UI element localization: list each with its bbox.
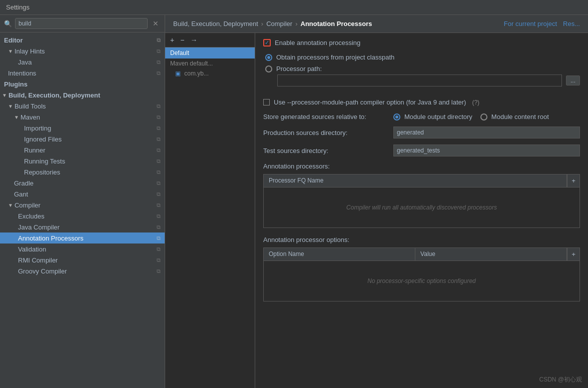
help-icon[interactable]: (?) [472,99,479,106]
sidebar-item-importing[interactable]: Importing ⧉ [0,122,165,134]
copy-icon: ⧉ [157,48,161,54]
sidebar-item-label: Java [18,58,32,66]
expand-icon: ▼ [14,114,19,120]
sidebar-item-gant[interactable]: Gant ⧉ [0,188,165,200]
enable-annotation-processing-checkbox[interactable]: ✓ [263,39,271,46]
expand-icon: ▼ [8,48,13,54]
test-sources-dir-row: Test sources directory: [263,144,580,156]
profile-sub-item[interactable]: ▣ com.yb... [165,68,255,78]
annotation-processor-options-table: Option Name Value + No processor-specifi… [263,248,580,302]
sidebar-item-intentions[interactable]: Intentions ⧉ [0,68,165,78]
copy-icon: ⧉ [157,169,161,176]
annotation-processor-options-empty-text: No processor-specific options configured [367,278,476,284]
processor-path-browse-button[interactable]: ... [566,76,580,86]
production-sources-dir-input[interactable] [393,126,580,138]
content-area: Build, Execution, Deployment › Compiler … [165,15,588,388]
module-content-root-radio[interactable] [480,114,487,120]
module-output-dir-radio-row[interactable]: Module output directory [393,113,472,120]
profiles-toolbar: + − → [165,33,255,48]
sidebar-item-label: Gradle [14,180,34,187]
sidebar-item-gradle[interactable]: Gradle ⧉ [0,178,165,188]
processor-path-radio[interactable] [265,66,272,72]
processor-path-input[interactable] [277,74,562,86]
profile-maven-default[interactable]: Maven default... [165,58,255,68]
remove-profile-button[interactable]: − [178,35,186,45]
breadcrumb-part-1: Build, Execution, Deployment [173,20,258,28]
processor-path-radio-row[interactable]: Processor path: [265,65,580,72]
reset-link[interactable]: Res... [563,20,580,28]
production-sources-dir-label: Production sources directory: [263,129,393,136]
copy-icon: ⧉ [157,213,161,220]
sidebar-item-label: Annotation Processors [18,234,84,242]
use-processor-module-path-checkbox[interactable] [263,99,270,106]
annotation-processors-table-header: Processor FQ Name + [264,174,579,188]
copy-icon: ⧉ [157,70,161,76]
add-processor-button[interactable]: + [567,174,579,187]
use-processor-module-path-label: Use --processor-module-path compiler opt… [274,98,466,106]
sidebar-item-editor[interactable]: Editor ⧉ [0,34,165,46]
value-column: Value [415,248,567,260]
profile-default[interactable]: Default [165,48,255,58]
sidebar-item-label: RMI Compiler [18,256,58,264]
copy-icon: ⧉ [157,158,161,164]
sidebar-item-java[interactable]: Java ⧉ [0,56,165,68]
store-generated-sources-label: Store generated sources relative to: [263,113,393,120]
sidebar-item-ignored-files[interactable]: Ignored Files ⧉ [0,134,165,144]
processor-path-label: Processor path: [276,65,322,72]
sidebar-item-label: Gant [14,190,28,198]
module-content-root-radio-row[interactable]: Module content root [480,113,549,120]
sidebar-item-label: Plugins [4,80,28,88]
sidebar-item-label: Intentions [8,70,36,77]
sidebar-item-plugins[interactable]: Plugins [0,78,165,90]
search-clear-button[interactable]: ✕ [151,20,161,28]
sidebar-item-validation[interactable]: Validation ⧉ [0,244,165,254]
module-output-dir-radio[interactable] [393,114,400,120]
sidebar-item-running-tests[interactable]: Running Tests ⧉ [0,156,165,166]
sidebar-item-runner[interactable]: Runner ⧉ [0,144,165,156]
copy-icon: ⧉ [157,147,161,154]
sidebar-item-label: Running Tests [24,158,65,165]
breadcrumb: Build, Execution, Deployment › Compiler … [165,15,588,33]
move-right-button[interactable]: → [188,35,199,45]
processor-fq-name-column: Processor FQ Name [264,174,567,187]
annotation-processor-options-table-body: No processor-specific options configured [264,261,579,301]
production-sources-dir-row: Production sources directory: [263,126,580,138]
sidebar-item-compiler[interactable]: ▼ Compiler ⧉ [0,200,165,210]
add-profile-button[interactable]: + [168,35,176,45]
breadcrumb-part-3: Annotation Processors [301,20,372,28]
for-current-project-link[interactable]: For current project [504,20,557,28]
copy-icon: ⧉ [157,235,161,242]
profile-label: com.yb... [184,70,209,77]
copy-icon: ⧉ [157,191,161,198]
sidebar-item-groovy-compiler[interactable]: Groovy Compiler ⧉ [0,266,165,276]
add-option-button[interactable]: + [567,248,579,260]
copy-icon: ⧉ [157,246,161,252]
annotation-processor-options-header: Option Name Value + [264,248,579,261]
sidebar-item-excludes[interactable]: Excludes ⧉ [0,210,165,222]
enable-annotation-processing-label[interactable]: ✓ Enable annotation processing [263,39,580,46]
copy-icon: ⧉ [157,37,161,44]
sidebar-item-rmi-compiler[interactable]: RMI Compiler ⧉ [0,254,165,266]
sidebar-item-java-compiler[interactable]: Java Compiler ⧉ [0,222,165,232]
sidebar-item-build-execution[interactable]: ▼ Build, Execution, Deployment [0,90,165,100]
sidebar-item-inlay-hints[interactable]: ▼ Inlay Hints ⧉ [0,46,165,56]
sidebar-item-label: Groovy Compiler [18,268,67,275]
sidebar-item-annotation-processors[interactable]: Annotation Processors ⧉ [0,232,165,244]
search-input[interactable] [15,18,148,29]
sidebar-item-build-tools[interactable]: ▼ Build Tools ⧉ [0,100,165,112]
sidebar-item-label: Importing [24,124,51,132]
obtain-processors-radio[interactable] [265,54,272,61]
sidebar-item-label: Maven [21,114,40,121]
copy-icon: ⧉ [157,103,161,110]
sidebar-item-maven[interactable]: ▼ Maven ⧉ [0,112,165,122]
annotation-processors-table: Processor FQ Name + Compiler will run al… [263,174,580,228]
search-bar: 🔍 ✕ [0,15,165,32]
module-icon: ▣ [175,70,181,77]
obtain-processors-label: Obtain processors from project classpath [276,54,394,61]
obtain-processors-radio-row[interactable]: Obtain processors from project classpath [265,54,580,61]
sidebar-item-label: Build Tools [15,102,46,110]
sidebar-item-repositories[interactable]: Repositories ⧉ [0,166,165,178]
processor-path-input-row: ... [277,74,580,86]
copy-icon: ⧉ [157,125,161,132]
test-sources-dir-input[interactable] [393,144,580,156]
